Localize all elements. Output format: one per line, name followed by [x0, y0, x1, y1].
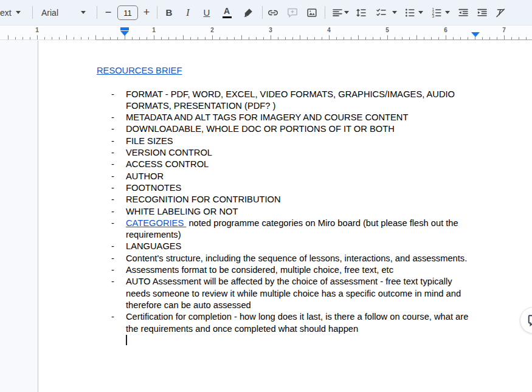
ruler-tick	[103, 37, 103, 40]
list-item[interactable]: -VERSION CONTROL	[97, 147, 476, 159]
align-button[interactable]	[330, 5, 345, 20]
font-name-label: Arial	[41, 8, 58, 18]
text-color-button[interactable]: A	[219, 5, 234, 20]
list-item-text: WHITE LABELING OR NOT	[126, 207, 238, 216]
increase-indent-icon	[476, 7, 488, 19]
ruler-inch-label: 4	[327, 27, 331, 33]
line-spacing-icon	[355, 7, 367, 19]
inline-link[interactable]: CATEGORIES	[126, 218, 186, 228]
italic-button[interactable]: I	[181, 5, 195, 20]
clear-formatting-button[interactable]	[493, 5, 508, 20]
font-dropdown[interactable]	[81, 5, 86, 20]
list-item[interactable]: -ACCESS CONTROL	[97, 159, 476, 170]
insert-link-button[interactable]	[266, 5, 280, 20]
bold-button[interactable]: B	[162, 5, 176, 20]
line-spacing-button[interactable]	[354, 5, 368, 20]
insert-image-button[interactable]	[305, 5, 319, 20]
font-size-input[interactable]: 11	[117, 5, 138, 20]
dash-bullet: -	[111, 206, 114, 218]
ruler-tick	[482, 37, 483, 40]
list-item-text: METADATA AND ALT TAGS FOR IMAGERY AND CO…	[126, 112, 408, 122]
document-page[interactable]: RESOURCES BRIEF -FORMAT - PDF, WORD, EXC…	[38, 41, 532, 392]
bulleted-list-button[interactable]	[402, 5, 417, 20]
list-item[interactable]: -RECOGNITION FOR CONTRIBUTION	[97, 194, 476, 205]
ruler-inch-label: 3	[269, 27, 272, 33]
decrease-font-size-button[interactable]: −	[102, 5, 114, 20]
list-item[interactable]: -Content's structure, including the sequ…	[97, 253, 476, 264]
list-item[interactable]: -Assessments format to be considered, mu…	[97, 264, 476, 276]
bulleted-list-icon	[404, 7, 416, 19]
increase-font-size-button[interactable]: +	[140, 5, 153, 20]
ruler-tick	[329, 35, 330, 40]
ruler-tick	[249, 37, 249, 40]
list-item-text: VERSION CONTROL	[126, 148, 212, 157]
ruler-tick	[22, 37, 23, 40]
checklist-button[interactable]	[374, 5, 389, 20]
ruler-tick	[511, 37, 512, 40]
ruler-tick	[15, 37, 16, 40]
decrease-indent-button[interactable]	[456, 5, 471, 20]
paragraph-style-selector[interactable]: ext	[0, 5, 12, 20]
list-item[interactable]: -Certification for completion - how long…	[97, 311, 476, 335]
list-item[interactable]: -FORMAT - PDF, WORD, EXCEL, VIDEO FORMAT…	[97, 89, 476, 112]
text-color-icon: A	[223, 7, 232, 18]
numbered-list-dropdown[interactable]	[445, 5, 450, 20]
dash-bullet: -	[111, 311, 114, 323]
decrease-indent-icon	[457, 7, 469, 19]
text-run: DOWNLOADABLE, WHOLE DOC OR PORTIONS OF I…	[126, 124, 395, 134]
empty-paragraph[interactable]	[97, 335, 476, 346]
increase-indent-button[interactable]	[475, 5, 489, 20]
paragraph-style-label: ext	[0, 8, 12, 18]
ruler-tick	[285, 37, 286, 40]
numbered-list-button[interactable]: 123	[429, 5, 444, 20]
ruler-tick	[161, 37, 162, 40]
list-item-text: Assessments format to be considered, mul…	[126, 265, 393, 275]
checklist-dropdown[interactable]	[392, 5, 397, 20]
bullet-list: -FORMAT - PDF, WORD, EXCEL, VIDEO FORMAT…	[97, 89, 476, 335]
list-item[interactable]: -AUTO Assessment will be affected by the…	[97, 276, 476, 311]
list-item[interactable]: -DOWNLOADABLE, WHOLE DOC OR PORTIONS OF …	[97, 123, 476, 135]
list-item[interactable]: -AUTHOR	[97, 171, 476, 182]
list-item[interactable]: -LANGUAGES	[97, 241, 476, 252]
dash-bullet: -	[111, 194, 114, 205]
list-item[interactable]: -METADATA AND ALT TAGS FOR IMAGERY AND C…	[97, 112, 476, 123]
highlight-color-button[interactable]	[241, 5, 255, 20]
ruler-tick	[489, 37, 490, 40]
chevron-down-icon	[392, 11, 397, 14]
add-comment-button[interactable]	[285, 5, 300, 20]
list-item[interactable]: -WHITE LABELING OR NOT	[97, 206, 476, 218]
dash-bullet: -	[111, 147, 114, 159]
clear-formatting-icon	[494, 7, 506, 19]
ruler-tick	[292, 37, 293, 40]
align-dropdown[interactable]	[344, 5, 349, 20]
list-item[interactable]: -FILE SIZES	[97, 136, 476, 147]
bulleted-list-dropdown[interactable]	[418, 5, 423, 20]
ruler-tick	[438, 37, 439, 40]
highlight-icon	[242, 7, 254, 19]
right-margin-marker[interactable]	[471, 32, 480, 37]
list-item[interactable]: -FOOTNOTES	[97, 182, 476, 194]
chevron-down-icon	[418, 11, 423, 14]
underline-button[interactable]: U	[199, 5, 214, 20]
paragraph-style-dropdown[interactable]	[16, 5, 21, 20]
font-selector[interactable]: Arial	[41, 5, 58, 20]
list-item[interactable]: -CATEGORIES noted programme categories o…	[97, 218, 476, 241]
ruler-inch-label: 1	[35, 27, 39, 33]
toolbar-divider	[97, 6, 97, 19]
link-icon	[267, 7, 279, 19]
text-run: Certification for completion - how long …	[126, 312, 468, 333]
ruler-baseline-content	[95, 40, 532, 40]
toolbar-divider	[157, 6, 157, 19]
document-content[interactable]: RESOURCES BRIEF -FORMAT - PDF, WORD, EXC…	[97, 65, 476, 346]
ruler-tick	[278, 37, 278, 40]
ruler-tick	[190, 37, 191, 40]
horizontal-ruler[interactable]: 11234567	[0, 25, 532, 41]
ruler-tick	[125, 35, 125, 40]
document-title-link[interactable]: RESOURCES BRIEF	[97, 65, 476, 77]
chevron-down-icon	[81, 11, 86, 14]
ruler-tick	[358, 35, 359, 40]
chevron-down-icon	[445, 11, 450, 14]
first-line-indent-marker[interactable]	[120, 27, 129, 30]
ruler-inch-label: 6	[444, 27, 447, 33]
ruler-tick	[263, 37, 264, 40]
